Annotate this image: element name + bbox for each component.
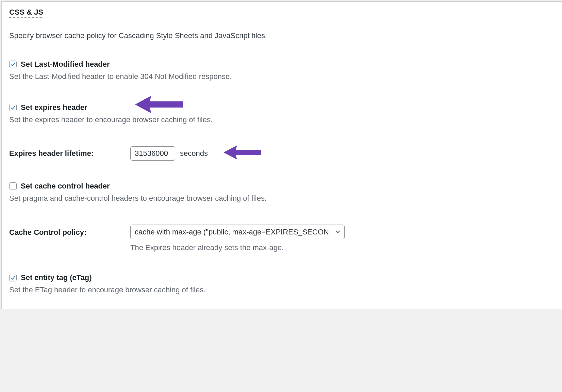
checkbox-expires[interactable] [9, 104, 17, 111]
panel-body: Specify browser cache policy for Cascadi… [2, 23, 562, 309]
option-description: Set the expires header to encourage brow… [9, 115, 555, 125]
checkbox-cache-control[interactable] [9, 182, 17, 190]
panel-description: Specify browser cache policy for Cascadi… [9, 31, 555, 40]
panel-header: CSS & JS [2, 2, 562, 23]
annotation-arrow-icon [224, 144, 261, 161]
checkbox-last-modified[interactable] [9, 61, 17, 68]
field-expires-lifetime: Expires header lifetime: seconds [9, 146, 555, 161]
field-label: Expires header lifetime: [9, 149, 130, 158]
option-etag: Set entity tag (eTag) Set the ETag heade… [9, 273, 555, 295]
field-control: seconds [130, 146, 208, 161]
panel-title: CSS & JS [9, 8, 43, 18]
field-label: Cache Control policy: [9, 225, 130, 237]
field-cache-policy: Cache Control policy: cache with max-age… [9, 225, 555, 252]
option-label: Set entity tag (eTag) [21, 273, 92, 282]
field-note: The Expires header already sets the max-… [130, 243, 345, 252]
option-cache-control: Set cache control header Set pragma and … [9, 182, 555, 204]
option-last-modified: Set Last-Modified header Set the Last-Mo… [9, 60, 555, 82]
unit-label: seconds [180, 149, 208, 158]
option-description: Set the ETag header to encourage browser… [9, 285, 555, 295]
option-description: Set pragma and cache-control headers to … [9, 193, 555, 204]
checkbox-etag[interactable] [9, 274, 17, 281]
settings-panel: CSS & JS Specify browser cache policy fo… [1, 1, 562, 309]
cache-policy-select[interactable]: cache with max-age ("public, max-age=EXP… [130, 225, 345, 239]
field-control-column: cache with max-age ("public, max-age=EXP… [130, 225, 345, 252]
option-expires: Set expires header Set the expires heade… [9, 103, 555, 125]
option-description: Set the Last-Modified header to enable 3… [9, 71, 555, 82]
option-header: Set cache control header [9, 182, 555, 191]
option-label: Set Last-Modified header [21, 60, 110, 69]
option-header: Set expires header [9, 103, 555, 112]
option-label: Set cache control header [21, 182, 110, 191]
option-header: Set Last-Modified header [9, 60, 555, 69]
option-label: Set expires header [21, 103, 87, 112]
option-header: Set entity tag (eTag) [9, 273, 555, 282]
expires-lifetime-input[interactable] [130, 146, 175, 161]
